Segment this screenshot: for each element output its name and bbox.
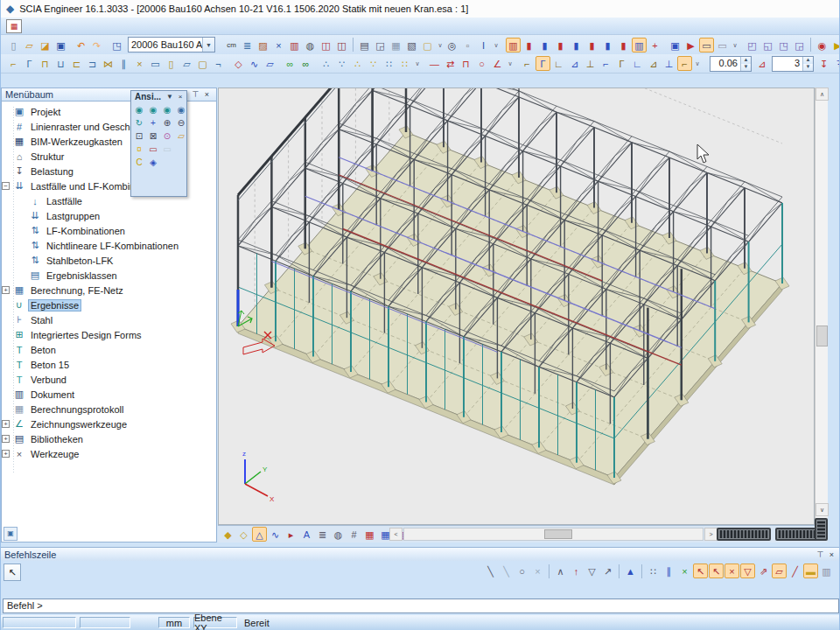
overflow-icon[interactable]: ∨ <box>506 56 514 71</box>
overflow-icon[interactable]: ∨ <box>413 56 422 71</box>
filter-dimension-icon[interactable]: ▮ <box>616 38 631 52</box>
tree-item[interactable]: ⊞ Integriertes Design Forms <box>2 327 216 342</box>
scroll-up-icon[interactable]: ∧ <box>816 88 829 101</box>
node-2-icon[interactable]: ∵ <box>334 56 349 71</box>
tree-item[interactable]: + ▤ Bibliotheken <box>2 431 216 446</box>
tree-expander[interactable] <box>2 137 10 145</box>
snap-parallel-icon[interactable]: ▱ <box>772 564 787 578</box>
save-icon[interactable]: ▣ <box>53 38 68 52</box>
tree-item[interactable]: ⇅ LF-Kombinationen <box>2 223 216 238</box>
support-10-icon[interactable]: ⊥ <box>662 56 676 71</box>
project-window-icon[interactable]: ◳ <box>109 38 124 52</box>
export-view-icon[interactable]: ▶ <box>683 38 698 52</box>
tree-item-label[interactable]: Verbund <box>29 374 68 385</box>
zoom-in-icon[interactable]: ⊕ <box>161 117 173 130</box>
open-folder-icon[interactable]: ▱ <box>22 38 37 52</box>
tree-expander[interactable] <box>18 242 25 249</box>
tree-item[interactable]: ∪ Ergebnisse <box>2 298 216 312</box>
snap-intersection-icon[interactable]: × <box>724 564 739 578</box>
tree-expander[interactable] <box>2 301 10 309</box>
overflow-icon[interactable]: ∨ <box>492 38 500 52</box>
snap-extension-icon[interactable]: ⇗ <box>756 564 771 578</box>
tree-item[interactable]: T Beton 15 <box>2 357 216 372</box>
tree-item-label[interactable]: Werkzeuge <box>29 449 80 459</box>
tree-item[interactable]: + ∠ Zeichnungswerkzeuge <box>2 416 216 431</box>
tree-item-label[interactable]: Struktur <box>29 151 66 162</box>
count-spinner[interactable]: 3 ▲▼ <box>772 56 814 72</box>
rib-icon[interactable]: ⊔ <box>53 56 68 71</box>
tree-item[interactable]: + × Werkzeuge <box>2 446 216 461</box>
save-view-icon[interactable]: ▣ <box>668 38 682 52</box>
ortho-icon[interactable]: ∥ <box>662 564 676 578</box>
tree-item-label[interactable]: Projekt <box>29 107 62 117</box>
clipboard-icon[interactable]: ▥ <box>287 38 302 52</box>
filter-support-icon[interactable]: ▮ <box>569 38 584 52</box>
filter-node-icon[interactable]: ▮ <box>522 38 536 52</box>
zoom-out-icon[interactable]: ⊖ <box>175 117 187 130</box>
copy-attributes2-icon[interactable]: ◱ <box>760 38 775 52</box>
filter-slab-icon[interactable]: ▮ <box>553 38 568 52</box>
open-project-icon[interactable]: ◪ <box>38 38 52 52</box>
tree-item-label[interactable]: Zeichnungswerkzeuge <box>29 419 129 430</box>
zoom-all-icon[interactable]: ⊠ <box>147 130 159 143</box>
support-2-icon[interactable]: Γ <box>536 56 550 71</box>
rotate-wheel-horizontal-1[interactable] <box>717 528 771 541</box>
node-4-icon[interactable]: ∵ <box>366 56 381 71</box>
rocket-icon[interactable]: ▶ <box>830 38 840 52</box>
menu-item[interactable] <box>169 24 185 28</box>
tree-item[interactable]: T Beton <box>2 342 216 357</box>
tree-item-label[interactable]: Nichtlineare LF-Kombinationen <box>45 241 180 251</box>
member-1d-icon[interactable]: ⌐ <box>6 56 21 71</box>
tree-expander[interactable]: − <box>2 182 10 190</box>
overflow-icon[interactable]: ∨ <box>436 38 444 52</box>
close-icon[interactable]: × <box>826 550 837 559</box>
draw-circle-icon[interactable]: ○ <box>514 564 529 578</box>
node-3-icon[interactable]: ∴ <box>350 56 365 71</box>
support-6-icon[interactable]: ⌐ <box>598 56 613 71</box>
wall-icon[interactable]: ▯ <box>164 56 178 71</box>
tree-expander[interactable] <box>2 167 10 175</box>
tree-expander[interactable] <box>2 375 10 383</box>
tree-item[interactable]: ⇅ Nichtlineare LF-Kombinationen <box>2 238 216 253</box>
tree-expander[interactable] <box>2 390 10 398</box>
scroll-left-icon[interactable]: < <box>389 528 402 541</box>
draw-line-icon[interactable]: ╲ <box>483 564 498 578</box>
show-axes-icon[interactable]: △ <box>252 527 267 542</box>
render-solid-icon[interactable]: ◆ <box>220 527 235 542</box>
tree-expander[interactable] <box>2 108 10 116</box>
tree-expander[interactable] <box>18 212 25 220</box>
render-wire-icon[interactable]: ◇ <box>236 527 251 542</box>
draw-line2-icon[interactable]: ╲ <box>499 564 514 578</box>
tree-expander[interactable] <box>2 405 10 413</box>
menu-item[interactable] <box>106 24 122 28</box>
labels-icon[interactable]: A <box>299 527 314 542</box>
pan-view-icon[interactable]: + <box>147 117 159 130</box>
tree-expander[interactable] <box>2 346 10 354</box>
section-b-icon[interactable]: ◫ <box>334 38 349 52</box>
lasso-icon[interactable]: ▱ <box>262 56 277 71</box>
filter-hinge-icon[interactable]: ▮ <box>600 38 615 52</box>
tree-item[interactable]: + ▦ Berechnung, FE-Netz <box>2 283 216 298</box>
menu-item[interactable] <box>27 24 43 28</box>
camera-a-icon[interactable]: ▭ <box>699 38 714 52</box>
menu-item[interactable] <box>153 24 169 28</box>
tree-expander[interactable]: + <box>2 435 10 443</box>
menu-item[interactable] <box>137 24 153 28</box>
command-input[interactable]: Befehl > <box>3 598 839 613</box>
tree-item-label[interactable]: Beton <box>29 345 58 355</box>
tree-expander[interactable] <box>2 331 10 339</box>
table-icon[interactable]: ▦ <box>388 38 403 52</box>
support-9-icon[interactable]: ⊿ <box>646 56 661 71</box>
panel-icon[interactable]: ▱ <box>179 56 194 71</box>
axis-snap-icon[interactable]: × <box>677 564 692 578</box>
node-6-icon[interactable]: ∷ <box>397 56 412 71</box>
load-panel-icon[interactable]: ▢ <box>195 56 210 71</box>
snap-tangent-icon[interactable]: ╱ <box>788 564 802 578</box>
dim-exchange-icon[interactable]: ⇄ <box>443 56 458 71</box>
vertical-scrollbar-thumb[interactable] <box>816 326 828 346</box>
level-icon[interactable]: ↧ <box>816 56 831 71</box>
tree-expander[interactable] <box>18 197 25 205</box>
horizontal-scrollbar[interactable] <box>403 528 704 541</box>
section-a-icon[interactable]: ◫ <box>318 38 333 52</box>
support-7-icon[interactable]: Γ <box>614 56 629 71</box>
